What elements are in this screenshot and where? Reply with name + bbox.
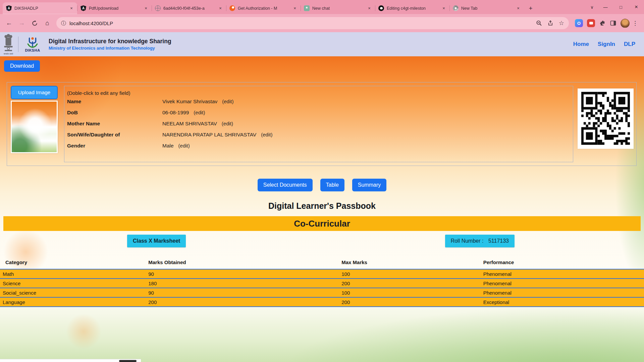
roll-number-button[interactable]: Roll Number : 5117133	[445, 235, 515, 247]
scrollbar-thumb[interactable]	[119, 360, 137, 362]
tab-title: DIKSHADLP	[14, 6, 66, 11]
profile-fields-panel: (Doble-click to edit any field) Name Viv…	[64, 86, 573, 162]
cell-category: Science	[0, 279, 143, 288]
class-x-marksheet-button[interactable]: Class X Marksheet	[127, 235, 186, 247]
field-row-dob: DoB 06-08-1999 (edit)	[67, 110, 570, 121]
tab-close-icon[interactable]: ×	[217, 5, 223, 11]
url-text[interactable]: localhost:4200/DLP	[69, 20, 533, 26]
field-value[interactable]: Male	[162, 143, 174, 149]
window-maximize-button[interactable]: □	[613, 0, 629, 14]
angular-icon: A	[6, 5, 12, 11]
globe-icon	[155, 5, 161, 11]
browser-menu-icon[interactable]: ⋮	[631, 20, 641, 27]
tab-editing-c4gt[interactable]: Editing c4gt-mileston ×	[375, 2, 449, 14]
edit-link[interactable]: (edit)	[194, 110, 205, 115]
window-close-button[interactable]: ×	[629, 0, 644, 14]
tab-pdfupdownload[interactable]: A PdfUpdownload ×	[77, 2, 152, 14]
side-panel-icon[interactable]	[610, 20, 616, 26]
horizontal-scrollbar[interactable]	[0, 359, 141, 362]
header-nav: Home SignIn DLP	[573, 41, 635, 48]
back-icon[interactable]: ←	[3, 17, 15, 29]
field-label: Son/Wife/Daughter of	[67, 132, 162, 138]
tab-title: 6ad44c90-f04f-453e-a	[163, 6, 215, 11]
site-info-icon[interactable]: ⓘ	[61, 20, 66, 26]
header-divider	[18, 37, 18, 52]
tab-new-tab[interactable]: New Tab ×	[449, 2, 524, 14]
tab-title: Editing c4gt-mileston	[387, 6, 438, 11]
window-minimize-button[interactable]: —	[598, 0, 613, 14]
nav-link-home[interactable]: Home	[573, 41, 589, 48]
tab-title: PdfUpdownload	[89, 6, 140, 11]
field-value[interactable]: Vivek Kumar Shrivastav	[162, 99, 217, 105]
column-header-category: Category	[0, 256, 143, 269]
field-value[interactable]: NARENDRA PRATAP LAL SHRIVASTAV	[162, 132, 256, 138]
select-documents-button[interactable]: Select Documents	[258, 179, 313, 191]
summary-button[interactable]: Summary	[352, 179, 386, 191]
qr-code	[578, 88, 634, 149]
site-header: सत्यमेव जयते DIKSHA Digital Infrastructu…	[0, 32, 644, 56]
github-icon	[378, 5, 384, 11]
nav-link-signin[interactable]: SignIn	[598, 41, 615, 48]
nav-link-dlp[interactable]: DLP	[624, 41, 635, 48]
roll-number-label: Roll Number :	[451, 238, 484, 244]
tab-close-icon[interactable]: ×	[515, 5, 521, 11]
edit-link[interactable]: (edit)	[222, 99, 233, 104]
share-icon[interactable]	[547, 20, 553, 26]
field-row-mother-name: Mother Name NEELAM SHRIVASTAV (edit)	[67, 121, 570, 132]
forward-icon[interactable]: →	[16, 17, 28, 29]
tab-close-icon[interactable]: ×	[441, 5, 447, 11]
table-row: Social_science 90 100 Phenomenal	[0, 288, 644, 297]
tab-title: New chat	[312, 6, 364, 11]
edit-link[interactable]: (edit)	[178, 143, 190, 148]
dlp-page: Download Upload Image (Doble-click to ed…	[0, 56, 644, 362]
edit-hint: (Doble-click to edit any field)	[67, 90, 570, 96]
tab-search-chevron-icon[interactable]: ∨	[586, 5, 598, 10]
field-row-guardian: Son/Wife/Daughter of NARENDRA PRATAP LAL…	[67, 132, 570, 143]
new-tab-button[interactable]: +	[526, 4, 535, 13]
field-row-gender: Gender Male (edit)	[67, 143, 570, 154]
tab-close-icon[interactable]: ×	[292, 5, 298, 11]
extension-red-icon[interactable]	[587, 19, 595, 27]
marksheet-row: Class X Marksheet Roll Number : 5117133	[0, 235, 644, 247]
profile-image	[11, 101, 58, 153]
site-subtitle: Ministry of Electronics and Information …	[49, 46, 171, 51]
extensions-puzzle-icon[interactable]	[599, 20, 606, 26]
tab-close-icon[interactable]: ×	[366, 5, 372, 11]
extension-o-icon[interactable]: O	[575, 19, 583, 27]
field-value[interactable]: NEELAM SHRIVASTAV	[162, 121, 217, 127]
profile-card: Upload Image (Doble-click to edit any fi…	[7, 82, 637, 166]
zoom-icon[interactable]	[536, 20, 542, 26]
edit-link[interactable]: (edit)	[261, 132, 272, 137]
column-header-marks-obtained: Marks Obtained	[143, 256, 336, 269]
cell-category: Math	[0, 269, 143, 279]
chrome-icon	[453, 5, 459, 11]
tab-new-chat[interactable]: * New chat ×	[301, 2, 375, 14]
emblem-of-india-icon: सत्यमेव जयते	[3, 34, 13, 55]
cell-max-marks: 100	[336, 288, 478, 297]
home-icon[interactable]: ⌂	[42, 17, 53, 29]
field-label: DoB	[67, 110, 162, 116]
field-label: Gender	[67, 143, 162, 149]
cell-performance: Phenomenal	[478, 269, 644, 279]
field-value[interactable]: 06-08-1999	[162, 110, 189, 116]
roll-number-value: 5117133	[488, 238, 509, 244]
column-header-performance: Performance	[478, 256, 644, 269]
tab-dikshadlp[interactable]: A DIKSHADLP ×	[3, 2, 77, 14]
table-button[interactable]: Table	[320, 179, 344, 191]
edit-link[interactable]: (edit)	[222, 121, 233, 126]
tab-close-icon[interactable]: ×	[68, 5, 74, 11]
reload-icon[interactable]	[29, 17, 40, 29]
cell-marks-obtained: 200	[143, 297, 336, 307]
download-button[interactable]: Download	[4, 60, 40, 72]
table-header-row: Category Marks Obtained Max Marks Perfor…	[0, 256, 644, 269]
passbook-title: Digital Learner's Passbook	[0, 201, 644, 211]
tab-uuid-page[interactable]: 6ad44c90-f04f-453e-a ×	[152, 2, 226, 14]
tab-get-authorization[interactable]: Get Authorization - M ×	[226, 2, 301, 14]
address-bar[interactable]: ⓘ localhost:4200/DLP ☆	[56, 17, 569, 29]
tab-close-icon[interactable]: ×	[143, 5, 149, 11]
cell-max-marks: 100	[336, 269, 478, 279]
profile-avatar[interactable]	[621, 19, 630, 28]
bookmark-star-icon[interactable]: ☆	[559, 19, 564, 27]
upload-image-button[interactable]: Upload Image	[11, 86, 58, 99]
marks-table: Category Marks Obtained Max Marks Perfor…	[0, 256, 644, 307]
